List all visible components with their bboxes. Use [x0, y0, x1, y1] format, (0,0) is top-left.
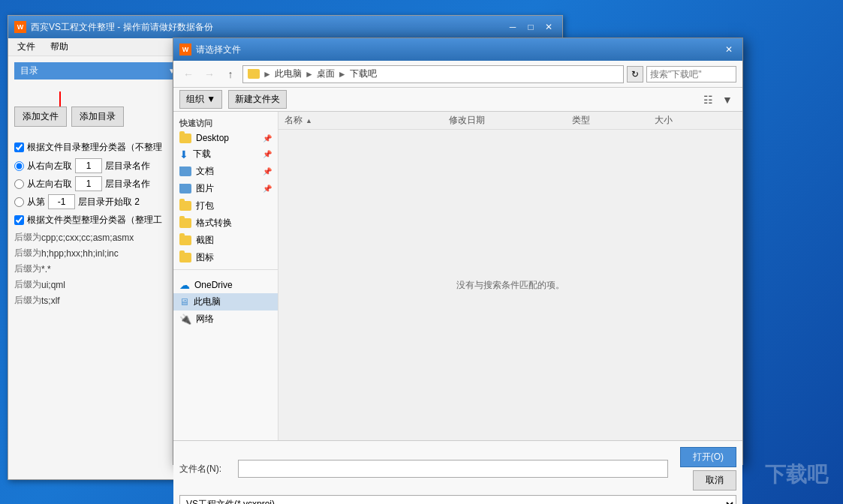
suffix-label-0: 后缀为 — [14, 231, 41, 244]
pin-icon-downloads: 📌 — [263, 150, 272, 158]
sidebar-item-onedrive[interactable]: ☁ OneDrive — [173, 277, 278, 293]
fd-title: 请选择文件 — [196, 44, 721, 56]
pc-icon: 🖥 — [179, 296, 189, 308]
suffix-row-4: 后缀为 ts;xlf — [14, 294, 182, 307]
view-toggle-button[interactable]: ☷ — [699, 92, 717, 108]
col-type-header[interactable]: 类型 — [572, 114, 654, 127]
col-date-label: 修改日期 — [449, 115, 485, 125]
suffix-row-0: 后缀为 cpp;c;cxx;cc;asm;asmx — [14, 231, 182, 244]
sidebar-item-docs-label: 文档 — [196, 165, 214, 178]
breadcrumb-part-1[interactable]: 桌面 — [317, 68, 335, 80]
organize-button[interactable]: 组织 ▼ — [179, 90, 222, 109]
checkbox-type-input[interactable] — [14, 215, 24, 225]
sidebar-item-screenshot[interactable]: 截图 — [173, 232, 278, 249]
radio-ltr-label: 从左向右取 — [27, 178, 72, 190]
sidebar-item-pics[interactable]: 图片 📌 — [173, 180, 278, 197]
sidebar-item-icons[interactable]: 图标 — [173, 249, 278, 266]
minimize-button[interactable]: ─ — [505, 20, 520, 34]
sidebar-item-docs[interactable]: 文档 📌 — [173, 163, 278, 180]
sidebar-item-pc[interactable]: 🖥 此电脑 — [173, 293, 278, 310]
fd-quick-access-label: 快速访问 — [173, 115, 278, 130]
menu-file[interactable]: 文件 — [14, 39, 38, 55]
sort-arrow-icon: ▲ — [306, 117, 312, 124]
menu-help[interactable]: 帮助 — [47, 39, 71, 55]
checkbox-dir-classify: 根据文件目录整理分类器（不整理 — [14, 141, 182, 154]
sidebar-item-desktop[interactable]: Desktop 📌 — [173, 130, 278, 146]
folder-doc-icon — [179, 166, 191, 176]
sidebar-item-network[interactable]: 🔌 网络 — [173, 310, 278, 328]
sidebar-item-convert-label: 格式转换 — [196, 217, 232, 230]
checkbox-dir-input[interactable] — [14, 142, 24, 152]
main-titlebar: W 西宾VS工程文件整理 - 操作前请做好数据备份 ─ □ ✕ — [8, 16, 562, 38]
sidebar-item-screenshot-label: 截图 — [196, 234, 214, 247]
view-dropdown-button[interactable]: ▼ — [718, 92, 736, 108]
close-button[interactable]: ✕ — [541, 20, 556, 34]
main-app-icon: W — [14, 21, 26, 33]
spinbox-rtl[interactable] — [75, 158, 102, 173]
fd-action-buttons: 打开(O) 取消 — [680, 447, 736, 490]
onedrive-icon: ☁ — [179, 279, 190, 291]
fd-search-input[interactable] — [646, 66, 736, 82]
radio-from-nth: 从第 层目录开始取 2 — [14, 194, 182, 209]
maximize-button[interactable]: □ — [523, 20, 538, 34]
breadcrumb-sep-1: ► — [263, 69, 272, 80]
arrow-area: 添加文件 添加目录 — [14, 84, 182, 136]
add-file-button[interactable]: 添加文件 — [14, 106, 67, 127]
fd-up-button[interactable]: ↑ — [221, 66, 239, 82]
sidebar-item-pack-label: 打包 — [196, 200, 214, 212]
fd-refresh-button[interactable]: ↻ — [627, 66, 643, 82]
new-folder-button[interactable]: 新建文件夹 — [228, 90, 287, 109]
sidebar-item-convert[interactable]: 格式转换 — [173, 214, 278, 232]
radio-rtl-label: 从右向左取 — [27, 160, 72, 172]
fd-filename-input[interactable] — [238, 460, 668, 478]
pin-icon-desktop: 📌 — [263, 134, 272, 142]
fd-cancel-button[interactable]: 取消 — [693, 470, 736, 490]
folder-icon-screenshot — [179, 236, 191, 245]
checkbox-type-classify: 根据文件类型整理分类器（整理工 — [14, 214, 182, 226]
folder-icon-desktop — [179, 134, 191, 143]
fd-filename-label: 文件名(N): — [179, 463, 232, 476]
radio-nth-input[interactable] — [14, 197, 24, 207]
radio-ltr-suffix: 层目录名作 — [105, 178, 150, 190]
network-icon: 🔌 — [179, 314, 191, 325]
fd-close-button[interactable]: ✕ — [721, 43, 736, 56]
col-name-label: 名称 — [285, 114, 303, 127]
fd-titlebar-controls: ✕ — [721, 43, 736, 56]
fd-forward-button[interactable]: → — [200, 66, 218, 82]
fd-sidebar: 快速访问 Desktop 📌 ⬇ 下载 📌 文档 📌 图片 📌 — [173, 112, 278, 440]
sidebar-item-desktop-label: Desktop — [196, 133, 229, 143]
fd-open-button[interactable]: 打开(O) — [680, 447, 736, 467]
folder-icon-convert — [179, 218, 191, 228]
breadcrumb-part-0[interactable]: 此电脑 — [275, 68, 302, 80]
spinbox-nth[interactable] — [48, 194, 75, 209]
view-controls: ☷ ▼ — [699, 92, 736, 108]
suffix-label-3: 后缀为 — [14, 278, 41, 291]
spinbox-ltr[interactable] — [75, 176, 102, 191]
fd-toolbar: ← → ↑ ► 此电脑 ► 桌面 ► 下载吧 ↻ — [173, 61, 742, 88]
suffix-label-4: 后缀为 — [14, 294, 41, 307]
sidebar-item-network-label: 网络 — [196, 313, 214, 326]
folder-icon-icons — [179, 253, 191, 262]
radio-ltr-input[interactable] — [14, 179, 24, 189]
suffix-value-1: h;hpp;hxx;hh;inl;inc — [41, 248, 182, 259]
pin-icon-docs: 📌 — [263, 167, 272, 176]
sidebar-item-onedrive-label: OneDrive — [194, 280, 233, 290]
fd-footer: 文件名(N): 打开(O) 取消 VS工程文件(*.vcxproj) — [173, 440, 742, 504]
fd-action-bar: 组织 ▼ 新建文件夹 ☷ ▼ — [173, 88, 742, 112]
fd-back-button[interactable]: ← — [179, 66, 197, 82]
col-name-header[interactable]: 名称 ▲ — [285, 114, 449, 127]
sidebar-item-downloads[interactable]: ⬇ 下载 📌 — [173, 146, 278, 163]
col-date-header[interactable]: 修改日期 — [449, 114, 572, 127]
radio-nth-label: 从第 — [27, 196, 45, 208]
breadcrumb-part-2[interactable]: 下载吧 — [350, 68, 377, 80]
suffix-value-4: ts;xlf — [41, 296, 182, 306]
fd-filetype-select[interactable]: VS工程文件(*.vcxproj) — [179, 495, 736, 504]
add-dir-button[interactable]: 添加目录 — [71, 106, 124, 127]
checkbox-dir-label: 根据文件目录整理分类器（不整理 — [27, 141, 162, 154]
suffix-row-1: 后缀为 h;hpp;hxx;hh;inl;inc — [14, 247, 182, 260]
sidebar-item-pack[interactable]: 打包 — [173, 197, 278, 214]
btn-row: 添加文件 添加目录 — [14, 106, 182, 127]
sidebar-item-icons-label: 图标 — [196, 251, 214, 264]
col-size-header[interactable]: 大小 — [655, 114, 736, 127]
radio-rtl-input[interactable] — [14, 161, 24, 171]
